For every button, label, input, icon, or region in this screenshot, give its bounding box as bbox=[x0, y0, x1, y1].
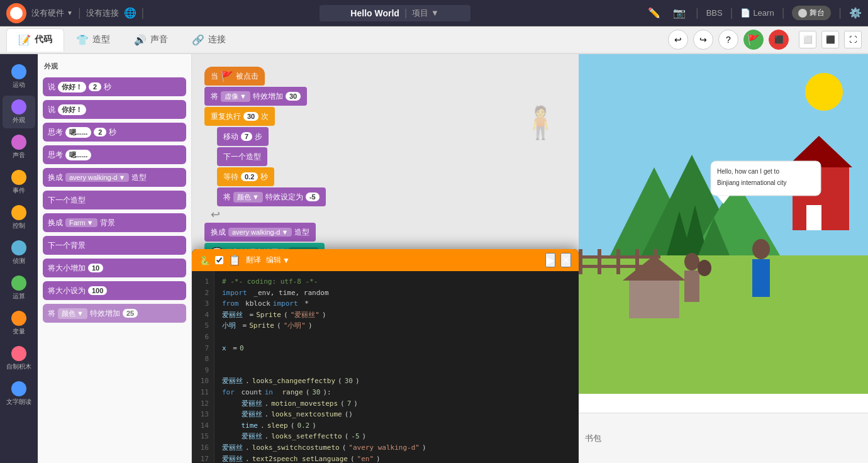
category-title: 外观 bbox=[43, 59, 186, 74]
sidebar-item-sensing[interactable]: 侦测 bbox=[3, 237, 35, 269]
sprite-label: 书包 bbox=[585, 433, 601, 444]
block-think-timed[interactable]: 思考 嗯...... 2 秒 bbox=[43, 123, 186, 142]
undo-button[interactable]: ↩ bbox=[668, 30, 688, 50]
stage-toggle[interactable]: 舞台 bbox=[792, 6, 831, 20]
sidebar-item-operators[interactable]: 运算 bbox=[3, 272, 35, 304]
svg-point-24 bbox=[752, 239, 770, 259]
stop-button[interactable]: ⬛ bbox=[769, 30, 789, 50]
code-editor: 🐍 📋 翻译 编辑 ▼ ▶ ✕ 1 2 3 bbox=[192, 249, 579, 463]
code-editor-header: 🐍 📋 翻译 编辑 ▼ ▶ ✕ bbox=[192, 249, 579, 271]
connection-button[interactable]: 没有连接 bbox=[86, 8, 119, 19]
hardware-button[interactable]: 没有硬件 ▼ bbox=[31, 8, 73, 19]
redo-button[interactable]: ↪ bbox=[693, 30, 713, 50]
tab-costume[interactable]: 👕 造型 bbox=[64, 28, 122, 52]
code-line: import _env, time, random bbox=[222, 287, 571, 299]
svg-rect-19 bbox=[629, 281, 679, 318]
bbs-button[interactable]: BBS bbox=[706, 8, 723, 18]
block-effect-change[interactable]: 将 颜色▼ 特效增加 25 bbox=[43, 304, 186, 323]
script-block-effect[interactable]: 将 虚像▼ 特效增加 30 bbox=[204, 87, 307, 106]
sidebar-item-control[interactable]: 控制 bbox=[3, 201, 35, 234]
svg-rect-14 bbox=[579, 255, 660, 259]
block-size-set[interactable]: 将大小设为 100 bbox=[43, 281, 186, 300]
main-area: 运动 外观 声音 事件 控制 侦测 运算 变量 bbox=[0, 54, 868, 463]
script-block-next-costume[interactable]: 下一个造型 bbox=[217, 147, 267, 166]
code-line: 爱丽丝.looks_changeeffectby(30) bbox=[222, 376, 571, 387]
tab-sound[interactable]: 🔊 声音 bbox=[122, 28, 180, 52]
edit-icon[interactable]: ✏️ bbox=[645, 4, 663, 21]
block-switch-costume[interactable]: 换成 avery walking-d ▼ 造型 bbox=[43, 168, 186, 187]
translate-label: 翻译 bbox=[246, 255, 261, 265]
block-next-backdrop[interactable]: 下一个背景 bbox=[43, 236, 186, 255]
normal-view-button[interactable]: ⬜ bbox=[799, 31, 816, 48]
sidebar-item-tts[interactable]: 文字朗读 bbox=[3, 377, 35, 410]
code-line: 爱丽丝 = Sprite("爱丽丝") bbox=[222, 310, 571, 321]
script-wrapper: 当 🚩 被点击 将 虚像▼ 特效增加 30 重复执行 30 bbox=[192, 54, 579, 463]
svg-point-2 bbox=[805, 73, 843, 111]
camera-icon[interactable]: 📷 bbox=[670, 4, 688, 21]
block-say[interactable]: 说 你好！ bbox=[43, 100, 186, 119]
globe-icon[interactable]: 🌐 bbox=[124, 7, 136, 19]
code-tab-icon: 📝 bbox=[18, 34, 31, 46]
code-line: 爱丽丝.looks_nextcostume() bbox=[222, 409, 571, 420]
code-line bbox=[222, 332, 571, 343]
block-say-timed[interactable]: 说 你好！ 2 秒 bbox=[43, 77, 186, 96]
code-editor-body: 1 2 3 4 5 6 7 8 9 10 11 12 13 14 bbox=[192, 271, 579, 462]
code-editor-close-button[interactable]: ✕ bbox=[560, 253, 571, 267]
app-logo bbox=[6, 3, 26, 23]
sidebar-item-events[interactable]: 事件 bbox=[3, 166, 35, 199]
stage-scene: Hello, how can I get to Binjiang interna… bbox=[579, 54, 868, 394]
wide-view-button[interactable]: ⬛ bbox=[821, 31, 839, 48]
edit-label[interactable]: 编辑 ▼ bbox=[266, 255, 290, 265]
code-editor-checkbox[interactable] bbox=[215, 256, 223, 264]
settings-icon[interactable]: ⚙️ bbox=[849, 7, 862, 19]
script-block-wait[interactable]: 等待 0.2 秒 bbox=[217, 167, 274, 186]
code-line: 爱丽丝.motion_movesteps(7) bbox=[222, 398, 571, 410]
learn-button[interactable]: 📄 Learn bbox=[740, 8, 774, 18]
svg-point-21 bbox=[684, 253, 699, 271]
svg-text:Binjiang international city: Binjiang international city bbox=[717, 179, 787, 186]
fullscreen-button[interactable]: ⛶ bbox=[844, 31, 862, 48]
block-size-change[interactable]: 将大小增加 10 bbox=[43, 259, 186, 277]
script-block-hat[interactable]: 当 🚩 被点击 bbox=[204, 67, 265, 86]
project-title-box: Hello World | 项目 ▼ bbox=[320, 5, 470, 21]
sidebar-item-motion[interactable]: 运动 bbox=[3, 60, 35, 93]
topbar-right: ✏️ 📷 | BBS | 📄 Learn | 舞台 | ⚙️ bbox=[645, 4, 862, 21]
sidebar: 运动 外观 声音 事件 控制 侦测 运算 变量 bbox=[0, 54, 38, 463]
green-flag-button[interactable]: 🚩 bbox=[743, 30, 764, 50]
topbar: 没有硬件 ▼ | 没有连接 🌐 | Hello World | 项目 ▼ ✏️ … bbox=[0, 0, 868, 26]
right-area: Hello, how can I get to Binjiang interna… bbox=[579, 54, 868, 463]
loop-end-arrow: ↩ bbox=[211, 208, 407, 221]
code-editor-play-button[interactable]: ▶ bbox=[545, 253, 555, 267]
project-menu[interactable]: 项目 ▼ bbox=[412, 8, 439, 19]
project-title: Hello World bbox=[350, 8, 399, 18]
line-numbers: 1 2 3 4 5 6 7 8 9 10 11 12 13 14 bbox=[192, 271, 214, 462]
block-switch-backdrop[interactable]: 换成 Farm ▼ 背景 bbox=[43, 213, 186, 232]
script-block-repeat[interactable]: 重复执行 30 次 bbox=[204, 107, 275, 126]
tab-code[interactable]: 📝 代码 bbox=[6, 28, 64, 52]
script-block-move[interactable]: 移动 7 步 bbox=[217, 127, 269, 146]
sidebar-item-myblocks[interactable]: 自制积木 bbox=[3, 342, 35, 375]
tab-connect[interactable]: 🔗 连接 bbox=[180, 28, 238, 52]
code-line: time.sleep(0.2) bbox=[222, 420, 571, 432]
script-area[interactable]: 当 🚩 被点击 将 虚像▼ 特效增加 30 重复执行 30 bbox=[192, 54, 579, 463]
svg-point-23 bbox=[698, 260, 711, 276]
code-line: # -*- coding: utf-8 -*- bbox=[222, 276, 571, 287]
tabbar: 📝 代码 👕 造型 🔊 声音 🔗 连接 ↩ ↪ ? 🚩 ⬛ ⬜ ⬛ ⛶ bbox=[0, 26, 868, 54]
code-content[interactable]: # -*- coding: utf-8 -*- import _env, tim… bbox=[214, 271, 579, 462]
svg-rect-22 bbox=[684, 271, 699, 302]
block-next-costume[interactable]: 下一个造型 bbox=[43, 191, 186, 209]
sidebar-item-sound[interactable]: 声音 bbox=[3, 131, 35, 164]
sidebar-item-looks[interactable]: 外观 bbox=[3, 96, 35, 128]
help-button[interactable]: ? bbox=[718, 30, 738, 50]
script-block-switch-costume[interactable]: 换成 avery walking-d▼ 造型 bbox=[204, 223, 316, 242]
script-block-set-effect[interactable]: 将 颜色▼ 特效设定为 -5 bbox=[217, 187, 326, 206]
svg-rect-26 bbox=[711, 161, 821, 196]
sidebar-item-variables[interactable]: 变量 bbox=[3, 307, 35, 340]
svg-rect-11 bbox=[616, 249, 620, 274]
code-line: x = 0 bbox=[222, 343, 571, 354]
code-line: 爱丽丝.text2speech_setLanguage("en") bbox=[222, 454, 571, 463]
sound-tab-icon: 🔊 bbox=[134, 34, 147, 46]
sprite-panel: 书包 bbox=[579, 413, 868, 463]
block-think[interactable]: 思考 嗯...... bbox=[43, 145, 186, 164]
blocks-panel: 外观 说 你好！ 2 秒 说 你好！ 思考 嗯...... 2 秒 思考 嗯..… bbox=[38, 54, 192, 463]
